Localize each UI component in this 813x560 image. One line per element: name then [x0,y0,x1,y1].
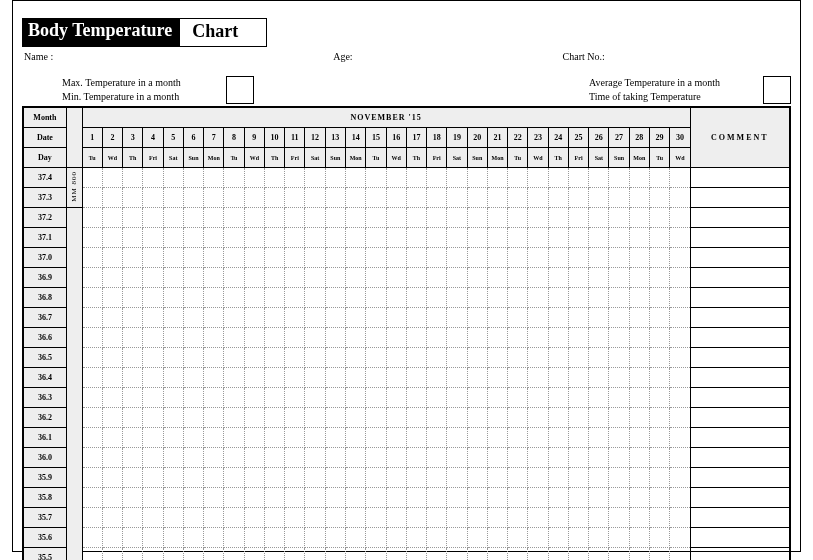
cell [224,168,244,188]
temp-label-36.5: 36.5 [24,348,67,368]
cell [244,328,264,348]
cell [163,168,183,188]
cell [447,388,467,408]
cell [609,328,629,348]
cell [386,468,406,488]
cell [589,328,609,348]
cell [82,468,102,488]
cell [285,268,305,288]
cell [508,348,528,368]
cell [163,448,183,468]
hdr-date-12: 12 [305,128,325,148]
cell [629,188,649,208]
cell [427,468,447,488]
cell [568,168,588,188]
hdr-day-8: Tu [224,148,244,168]
cell [406,168,426,188]
cell [427,448,447,468]
cell [123,208,143,228]
cell [102,548,122,561]
cell [589,288,609,308]
cell [366,348,386,368]
cell [366,248,386,268]
cell [285,468,305,488]
cell [427,168,447,188]
cell [629,468,649,488]
cell [670,308,690,328]
cell [244,248,264,268]
cell [629,308,649,328]
cell [82,548,102,561]
cell [629,368,649,388]
cell [589,488,609,508]
hdr-date-7: 7 [204,128,224,148]
cell [467,328,487,348]
cell [649,428,669,448]
hdr-day-25: Fri [568,148,588,168]
cell [528,508,548,528]
cell [102,388,122,408]
cell [143,488,163,508]
hdr-day-24: Th [548,148,568,168]
cell [183,348,203,368]
cell [629,528,649,548]
cell [325,428,345,448]
cell [447,528,467,548]
hdr-date-26: 26 [589,128,609,148]
cell [366,468,386,488]
cell [143,168,163,188]
cell [589,348,609,368]
cell [508,548,528,561]
cell [670,328,690,348]
cell [609,248,629,268]
cell [386,188,406,208]
cell [366,508,386,528]
grid-wrap: MonthNOVEMBER '15COMMENTDate123456789101… [22,106,791,560]
cell [548,328,568,348]
cell [346,448,366,468]
cell [406,388,426,408]
page: Body Temperature Chart Name : Age: Chart… [0,0,813,560]
cell [264,168,284,188]
cell [406,268,426,288]
cell [548,228,568,248]
cell [508,188,528,208]
cell [427,328,447,348]
comment-cell [690,348,789,368]
cell [224,408,244,428]
cell [143,508,163,528]
cell [406,548,426,561]
cell [244,408,264,428]
cell [386,288,406,308]
cell [183,408,203,428]
cell [649,468,669,488]
cell [285,488,305,508]
cell [305,388,325,408]
cell [467,488,487,508]
cell [346,548,366,561]
cell [123,188,143,208]
comment-cell [690,468,789,488]
cell [224,348,244,368]
hdr-day-26: Sat [589,148,609,168]
cell [487,408,507,428]
cell [204,508,224,528]
cell [528,188,548,208]
cell [427,288,447,308]
cell [629,508,649,528]
hdr-date-20: 20 [467,128,487,148]
hdr-month-name: NOVEMBER '15 [82,108,690,128]
cell [366,268,386,288]
cell [163,208,183,228]
cell [163,368,183,388]
cell [629,388,649,408]
cell [609,468,629,488]
cell [346,388,366,408]
cell [568,268,588,288]
cell [528,488,548,508]
cell [123,328,143,348]
cell [264,368,284,388]
cell [123,428,143,448]
comment-cell [690,428,789,448]
cell [264,548,284,561]
